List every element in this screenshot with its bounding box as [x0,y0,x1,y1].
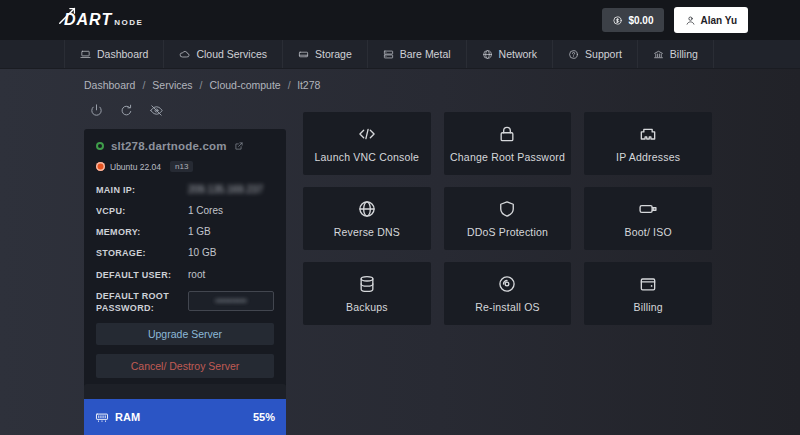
storage-value: 10 GB [188,246,216,259]
card-billing[interactable]: Billing [584,262,712,325]
bank-icon [653,49,664,60]
wallet-icon [638,274,658,294]
detail-row-main-ip: MAIN IP: 209.135.169.237 [96,183,274,196]
vcpu-value: 1 Cores [188,204,223,217]
nav-label: Dashboard [97,48,148,60]
disc-icon [497,274,517,294]
card-reinstall-os[interactable]: Re-install OS [444,262,572,325]
breadcrumb: Dashboard / Services / Cloud-compute / l… [84,79,320,91]
nav-item-cloud-services[interactable]: Cloud Services [163,40,282,68]
card-boot-iso[interactable]: Boot/ ISO [584,187,712,250]
card-launch-vnc-console[interactable]: Launch VNC Console [303,112,431,175]
card-label: Boot/ ISO [624,226,671,238]
card-label: Change Root Password [450,151,565,163]
status-online-indicator [96,142,104,150]
host-row: slt278.dartnode.com [96,140,274,152]
server-info-panel: slt278.dartnode.com Ubuntu 22.04 n13 MAI… [84,129,286,390]
nav-label: Bare Metal [400,48,451,60]
hostname-link[interactable]: slt278.dartnode.com [111,140,227,152]
laptop-icon [80,49,91,60]
usb-icon [638,199,658,219]
nav-item-network[interactable]: Network [466,40,553,68]
nav-item-bare-metal[interactable]: Bare Metal [367,40,466,68]
eye-off-icon [149,103,164,118]
detail-row-memory: MEMORY: 1 GB [96,225,274,238]
code-icon [357,124,377,144]
user-icon [685,15,696,26]
main-nav: Dashboard Cloud Services Storage Bare Me… [0,40,800,69]
dartnode-logo[interactable]: DART NODE [64,11,143,29]
card-label: Reverse DNS [334,226,400,238]
nav-label: Support [585,48,622,60]
default-user-value: root [188,268,205,281]
breadcrumb-cloud-compute[interactable]: Cloud-compute [209,79,280,91]
server-details: MAIN IP: 209.135.169.237 VCPU: 1 Cores M… [96,183,274,314]
page: DART NODE $0.00 Alan Yu Dashboard Cloud … [0,0,800,435]
detail-label: DEFAULT USER: [96,268,188,281]
ram-icon [95,410,109,424]
database-icon [357,274,377,294]
topbar-actions: $0.00 Alan Yu [602,0,748,40]
user-menu-button[interactable]: Alan Yu [674,7,749,33]
main-ip-value: 209.135.169.237 [188,183,263,196]
ethernet-icon [638,124,658,144]
card-label: Billing [633,301,662,313]
breadcrumb-separator: / [142,79,145,91]
detail-row-storage: STORAGE: 10 GB [96,246,274,259]
nav-item-storage[interactable]: Storage [282,40,367,68]
card-reverse-dns[interactable]: Reverse DNS [303,187,431,250]
nav-item-support[interactable]: Support [552,40,637,68]
detail-label: VCPU: [96,204,188,217]
nav-label: Billing [670,48,698,60]
card-backups[interactable]: Backups [303,262,431,325]
help-circle-icon [568,49,579,60]
balance-button[interactable]: $0.00 [602,8,663,32]
ram-usage-bar: RAM 55% [84,399,286,435]
os-name: Ubuntu 22.04 [110,162,161,172]
content-area: Dashboard / Services / Cloud-compute / l… [0,69,800,435]
coin-icon [612,15,623,26]
node-badge: n13 [170,161,193,172]
cancel-destroy-server-button[interactable]: Cancel/ Destroy Server [96,354,274,378]
nav-label: Cloud Services [196,48,267,60]
password-field[interactable]: •••••••••• [188,291,274,311]
harddrive-icon [298,49,309,60]
power-icon [89,103,104,118]
ubuntu-icon [96,162,105,171]
server-toolbar [87,103,165,121]
detail-row-vcpu: VCPU: 1 Cores [96,204,274,217]
breadcrumb-separator: / [288,79,291,91]
nav-label: Storage [315,48,352,60]
upgrade-server-button[interactable]: Upgrade Server [96,323,274,345]
detail-row-default-user: DEFAULT USER: root [96,268,274,281]
ram-label: RAM [115,411,140,423]
globe-icon [357,199,377,219]
power-button[interactable] [87,103,105,121]
logo-subtext: NODE [114,18,143,27]
refresh-icon [119,103,134,118]
cloud-icon [179,49,190,60]
detail-row-root-password: DEFAULT ROOT PASSWORD: •••••••••• [96,289,274,314]
breadcrumb-separator: / [200,79,203,91]
action-cards: Launch VNC Console Change Root Password … [303,112,712,325]
card-ip-addresses[interactable]: IP Addresses [584,112,712,175]
ram-percent: 55% [253,411,275,423]
breadcrumb-services[interactable]: Services [152,79,192,91]
card-label: Launch VNC Console [315,151,420,163]
topbar: DART NODE $0.00 Alan Yu [0,0,800,40]
detail-label: DEFAULT ROOT PASSWORD: [96,289,188,314]
refresh-button[interactable] [117,103,135,121]
external-link-icon[interactable] [234,141,244,151]
nav-item-billing[interactable]: Billing [637,40,714,68]
lock-icon [497,124,517,144]
breadcrumb-current-server: lt278 [298,79,321,91]
nav-label: Network [499,48,538,60]
nav-item-dashboard[interactable]: Dashboard [64,40,163,68]
user-name: Alan Yu [701,15,738,26]
card-label: Backups [346,301,388,313]
card-ddos-protection[interactable]: DDoS Protection [444,187,572,250]
balance-amount: $0.00 [628,15,653,26]
breadcrumb-dashboard[interactable]: Dashboard [84,79,135,91]
hide-button[interactable] [147,103,165,121]
card-change-root-password[interactable]: Change Root Password [444,112,572,175]
